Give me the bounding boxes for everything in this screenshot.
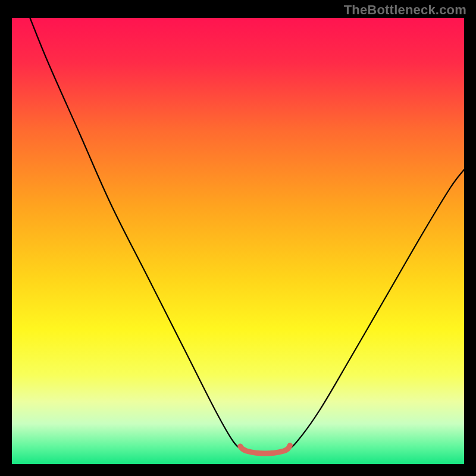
watermark-text: TheBottleneck.com — [344, 2, 466, 18]
chart-canvas: TheBottleneck.com — [0, 0, 476, 476]
frame-bottom — [0, 464, 476, 476]
frame-right — [464, 0, 476, 476]
frame-left — [0, 0, 12, 476]
chart-svg — [0, 0, 476, 476]
gradient-background — [12, 18, 464, 464]
